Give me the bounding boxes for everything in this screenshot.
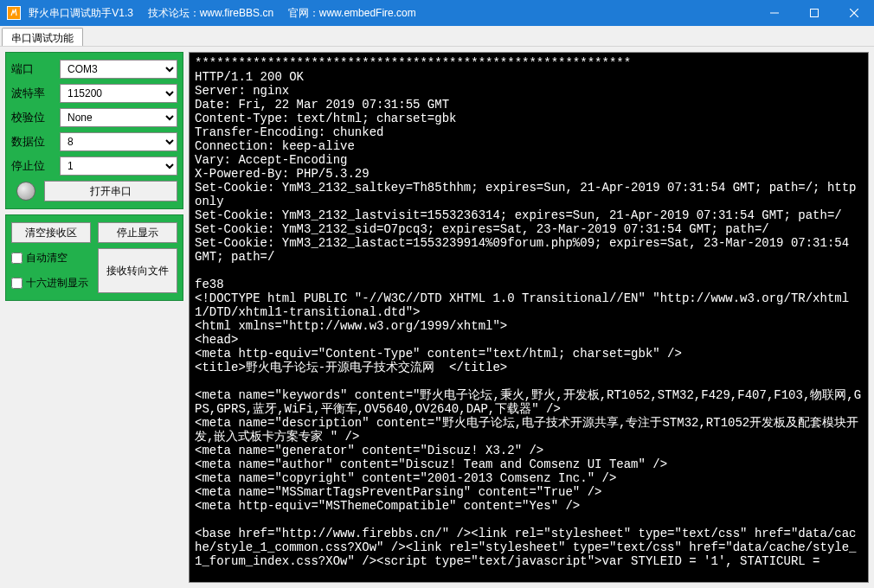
forum-link[interactable]: www.fireBBS.cn: [200, 7, 273, 19]
pause-display-button[interactable]: 停止显示: [98, 222, 177, 243]
port-select[interactable]: COM3: [60, 60, 177, 79]
auto-clear-checkbox[interactable]: 自动清空: [11, 251, 91, 265]
console-panel: ****************************************…: [189, 52, 869, 583]
parity-label: 校验位: [11, 110, 60, 125]
clear-rx-button[interactable]: 清空接收区: [11, 222, 91, 243]
databits-select[interactable]: 8: [60, 132, 177, 151]
status-led: [16, 182, 35, 201]
parity-select[interactable]: None: [60, 108, 177, 127]
maximize-button[interactable]: [794, 0, 834, 26]
titlebar-links: 技术论坛：www.fireBBS.cn 官网：www.embedFire.com: [133, 6, 416, 21]
tab-serial-debug[interactable]: 串口调试功能: [2, 28, 83, 46]
tabstrip: 串口调试功能: [0, 26, 874, 47]
open-port-button[interactable]: 打开串口: [44, 181, 177, 201]
stopbits-label: 停止位: [11, 158, 60, 174]
minimize-button[interactable]: [755, 0, 794, 26]
close-button[interactable]: [834, 0, 874, 26]
baud-label: 波特率: [11, 86, 60, 101]
databits-label: 数据位: [11, 134, 60, 150]
stopbits-select[interactable]: 1: [60, 157, 177, 176]
app-title: 野火串口调试助手V1.3: [26, 6, 133, 21]
site-link[interactable]: www.embedFire.com: [319, 7, 416, 19]
redirect-to-file-button[interactable]: 接收转向文件: [98, 248, 177, 293]
app-icon: [7, 6, 21, 20]
svg-rect-1: [811, 10, 819, 17]
titlebar: 野火串口调试助手V1.3 技术论坛：www.fireBBS.cn 官网：www.…: [0, 0, 874, 26]
receive-panel: 清空接收区 停止显示 自动清空 接收转向文件 十六进制显示: [5, 214, 183, 301]
hex-display-checkbox[interactable]: 十六进制显示: [11, 276, 91, 291]
console-output[interactable]: ****************************************…: [190, 53, 868, 582]
port-label: 端口: [11, 61, 60, 77]
serial-config-panel: 端口 COM3 波特率 115200 校验位 None 数据位 8 停止位 1 …: [5, 52, 183, 209]
baud-select[interactable]: 115200: [60, 84, 177, 103]
